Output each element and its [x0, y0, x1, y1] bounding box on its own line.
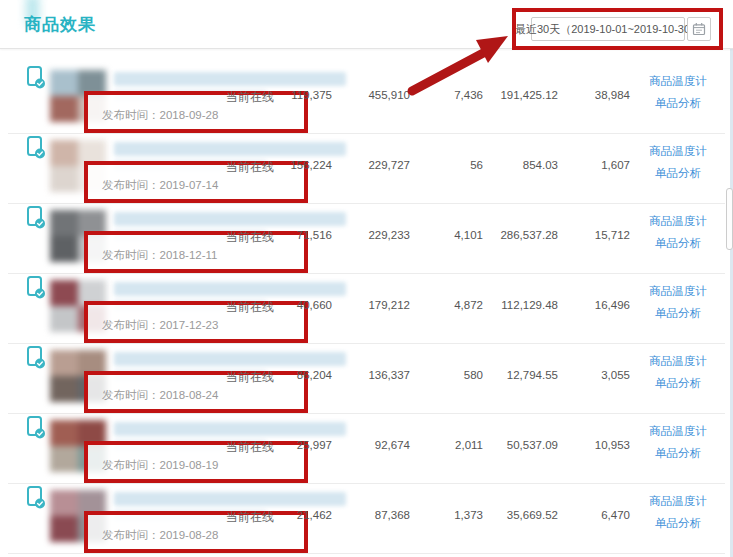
- blurred-product-title: [114, 492, 346, 506]
- metric-exposure: 92,674: [340, 439, 410, 451]
- metric-visitors: 38,984: [566, 89, 630, 101]
- scrollbar-thumb[interactable]: [726, 188, 733, 250]
- product-thermometer-link[interactable]: 商品温度计: [644, 144, 712, 159]
- device-verified-icon: [26, 66, 46, 90]
- product-row: 发布时间：2018-12-11 当前在线 71,516 229,233 4,10…: [0, 204, 733, 274]
- metric-visitors: 1,607: [566, 159, 630, 171]
- publish-date-label: 发布时间：2018-12-11: [102, 248, 217, 263]
- metric-visitors: 3,055: [566, 369, 630, 381]
- row-actions: 商品温度计 单品分析: [644, 344, 712, 414]
- item-analysis-link[interactable]: 单品分析: [644, 516, 712, 531]
- metric-amount: 35,669.52: [478, 509, 558, 521]
- item-analysis-link[interactable]: 单品分析: [644, 306, 712, 321]
- metric-amount: 50,537.09: [478, 439, 558, 451]
- metric-visitors: 16,496: [566, 299, 630, 311]
- item-analysis-link[interactable]: 单品分析: [644, 446, 712, 461]
- page-title: 商品效果: [24, 13, 96, 36]
- product-thermometer-link[interactable]: 商品温度计: [644, 74, 712, 89]
- metric-exposure: 87,368: [340, 509, 410, 521]
- row-actions: 商品温度计 单品分析: [644, 274, 712, 344]
- blurred-product-title: [114, 422, 346, 436]
- item-analysis-link[interactable]: 单品分析: [644, 376, 712, 391]
- item-analysis-link[interactable]: 单品分析: [644, 166, 712, 181]
- metric-exposure: 229,727: [340, 159, 410, 171]
- row-actions: 商品温度计 单品分析: [644, 414, 712, 484]
- metric-visitors: 6,470: [566, 509, 630, 521]
- product-thermometer-link[interactable]: 商品温度计: [644, 354, 712, 369]
- device-verified-icon: [26, 206, 46, 230]
- metric-orders: 2,011: [418, 439, 483, 451]
- row-actions: 商品温度计 单品分析: [644, 204, 712, 274]
- page-header: 商品效果 最近30天（2019-10-01~2019-10-30）: [0, 0, 733, 49]
- metric-orders: 1,373: [418, 509, 483, 521]
- blurred-product-title: [114, 72, 346, 86]
- metric-online-count: 71,516: [262, 229, 332, 241]
- metric-amount: 112,129.48: [478, 299, 558, 311]
- annotation-highlight-box: [512, 8, 723, 50]
- row-actions: 商品温度计 单品分析: [644, 484, 712, 554]
- device-verified-icon: [26, 136, 46, 160]
- item-analysis-link[interactable]: 单品分析: [644, 96, 712, 111]
- metric-online-count: 119,375: [262, 89, 332, 101]
- metric-exposure: 136,337: [340, 369, 410, 381]
- metric-online-count: 86,204: [262, 369, 332, 381]
- metric-orders: 56: [418, 159, 483, 171]
- blurred-product-title: [114, 352, 346, 366]
- metric-online-count: 40,660: [262, 299, 332, 311]
- metric-exposure: 229,233: [340, 229, 410, 241]
- metric-amount: 286,537.28: [478, 229, 558, 241]
- row-actions: 商品温度计 单品分析: [644, 64, 712, 134]
- product-row: 发布时间：2017-12-23 当前在线 40,660 179,212 4,87…: [0, 274, 733, 344]
- device-verified-icon: [26, 416, 46, 440]
- product-thermometer-link[interactable]: 商品温度计: [644, 494, 712, 509]
- metric-orders: 580: [418, 369, 483, 381]
- blurred-product-title: [114, 142, 346, 156]
- metric-orders: 4,872: [418, 299, 483, 311]
- product-row: 发布时间：2019-08-19 当前在线 25,997 92,674 2,011…: [0, 414, 733, 484]
- product-table: 发布时间：2018-09-28 当前在线 119,375 455,910 7,4…: [0, 49, 733, 554]
- publish-date-label: 发布时间：2018-09-28: [102, 108, 218, 123]
- metric-amount: 12,794.55: [478, 369, 558, 381]
- metric-orders: 7,436: [418, 89, 483, 101]
- metric-orders: 4,101: [418, 229, 483, 241]
- metric-amount: 854.03: [478, 159, 558, 171]
- publish-date-label: 发布时间：2019-07-14: [102, 178, 218, 193]
- metric-exposure: 455,910: [340, 89, 410, 101]
- device-verified-icon: [26, 486, 46, 510]
- publish-date-label: 发布时间：2018-08-24: [102, 388, 218, 403]
- product-thermometer-link[interactable]: 商品温度计: [644, 284, 712, 299]
- device-verified-icon: [26, 346, 46, 370]
- product-row: 发布时间：2018-09-28 当前在线 119,375 455,910 7,4…: [0, 49, 733, 134]
- row-actions: 商品温度计 单品分析: [644, 134, 712, 204]
- metric-online-count: 156,224: [262, 159, 332, 171]
- metric-visitors: 10,953: [566, 439, 630, 451]
- product-row: 发布时间：2019-08-28 当前在线 21,462 87,368 1,373…: [0, 484, 733, 554]
- item-analysis-link[interactable]: 单品分析: [644, 236, 712, 251]
- metric-visitors: 15,712: [566, 229, 630, 241]
- publish-date-label: 发布时间：2019-08-28: [102, 528, 218, 543]
- blurred-product-title: [114, 212, 346, 226]
- metric-amount: 191,425.12: [478, 89, 558, 101]
- blurred-product-title: [114, 282, 346, 296]
- metric-online-count: 21,462: [262, 509, 332, 521]
- metric-online-count: 25,997: [262, 439, 332, 451]
- product-thermometer-link[interactable]: 商品温度计: [644, 214, 712, 229]
- device-verified-icon: [26, 276, 46, 300]
- publish-date-label: 发布时间：2017-12-23: [102, 318, 218, 333]
- product-row: 发布时间：2018-08-24 当前在线 86,204 136,337 580 …: [0, 344, 733, 414]
- metric-exposure: 179,212: [340, 299, 410, 311]
- publish-date-label: 发布时间：2019-08-19: [102, 458, 218, 473]
- product-thermometer-link[interactable]: 商品温度计: [644, 424, 712, 439]
- product-row: 发布时间：2019-07-14 当前在线 156,224 229,727 56 …: [0, 134, 733, 204]
